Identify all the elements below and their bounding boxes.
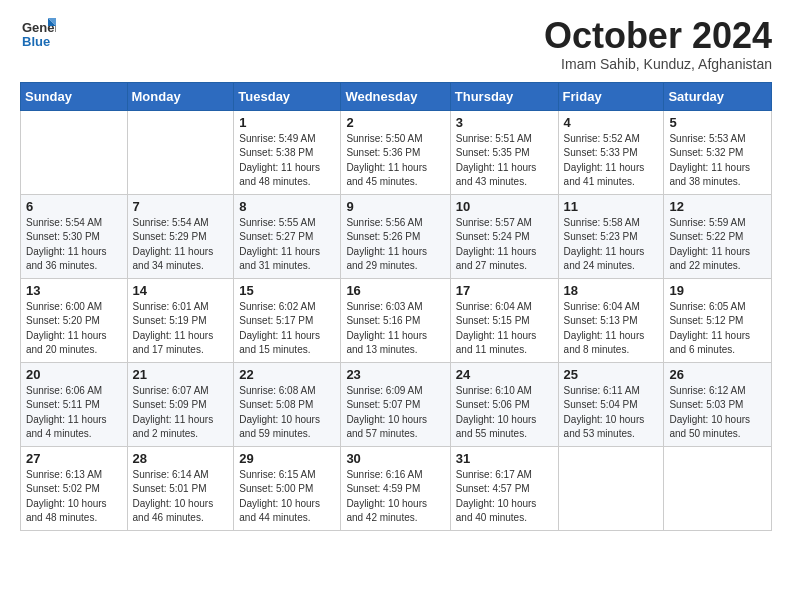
day-info: Sunrise: 5:54 AM Sunset: 5:29 PM Dayligh… (133, 216, 229, 274)
weekday-header-wednesday: Wednesday (341, 82, 450, 110)
day-info: Sunrise: 5:52 AM Sunset: 5:33 PM Dayligh… (564, 132, 659, 190)
day-number: 31 (456, 451, 553, 466)
calendar-cell: 23Sunrise: 6:09 AM Sunset: 5:07 PM Dayli… (341, 362, 450, 446)
weekday-header-monday: Monday (127, 82, 234, 110)
day-info: Sunrise: 6:04 AM Sunset: 5:15 PM Dayligh… (456, 300, 553, 358)
calendar-cell: 24Sunrise: 6:10 AM Sunset: 5:06 PM Dayli… (450, 362, 558, 446)
day-number: 29 (239, 451, 335, 466)
calendar-cell: 30Sunrise: 6:16 AM Sunset: 4:59 PM Dayli… (341, 446, 450, 530)
day-info: Sunrise: 6:17 AM Sunset: 4:57 PM Dayligh… (456, 468, 553, 526)
calendar-cell: 11Sunrise: 5:58 AM Sunset: 5:23 PM Dayli… (558, 194, 664, 278)
calendar-cell: 1Sunrise: 5:49 AM Sunset: 5:38 PM Daylig… (234, 110, 341, 194)
calendar-cell: 13Sunrise: 6:00 AM Sunset: 5:20 PM Dayli… (21, 278, 128, 362)
day-number: 26 (669, 367, 766, 382)
day-info: Sunrise: 6:08 AM Sunset: 5:08 PM Dayligh… (239, 384, 335, 442)
day-info: Sunrise: 5:56 AM Sunset: 5:26 PM Dayligh… (346, 216, 444, 274)
calendar-table: SundayMondayTuesdayWednesdayThursdayFrid… (20, 82, 772, 531)
calendar-cell: 15Sunrise: 6:02 AM Sunset: 5:17 PM Dayli… (234, 278, 341, 362)
weekday-header-sunday: Sunday (21, 82, 128, 110)
calendar-cell: 14Sunrise: 6:01 AM Sunset: 5:19 PM Dayli… (127, 278, 234, 362)
calendar-cell (558, 446, 664, 530)
day-number: 14 (133, 283, 229, 298)
day-number: 23 (346, 367, 444, 382)
calendar-week-row: 20Sunrise: 6:06 AM Sunset: 5:11 PM Dayli… (21, 362, 772, 446)
day-info: Sunrise: 5:50 AM Sunset: 5:36 PM Dayligh… (346, 132, 444, 190)
calendar-cell: 28Sunrise: 6:14 AM Sunset: 5:01 PM Dayli… (127, 446, 234, 530)
day-info: Sunrise: 6:05 AM Sunset: 5:12 PM Dayligh… (669, 300, 766, 358)
day-number: 13 (26, 283, 122, 298)
calendar-cell: 4Sunrise: 5:52 AM Sunset: 5:33 PM Daylig… (558, 110, 664, 194)
svg-text:Blue: Blue (22, 34, 50, 49)
month-title: October 2024 (544, 16, 772, 56)
day-number: 1 (239, 115, 335, 130)
day-info: Sunrise: 6:14 AM Sunset: 5:01 PM Dayligh… (133, 468, 229, 526)
day-number: 22 (239, 367, 335, 382)
day-number: 11 (564, 199, 659, 214)
page: General Blue October 2024 Imam Sahib, Ku… (0, 0, 792, 547)
calendar-cell: 8Sunrise: 5:55 AM Sunset: 5:27 PM Daylig… (234, 194, 341, 278)
day-info: Sunrise: 6:10 AM Sunset: 5:06 PM Dayligh… (456, 384, 553, 442)
day-number: 4 (564, 115, 659, 130)
weekday-header-thursday: Thursday (450, 82, 558, 110)
calendar-cell: 3Sunrise: 5:51 AM Sunset: 5:35 PM Daylig… (450, 110, 558, 194)
weekday-header-tuesday: Tuesday (234, 82, 341, 110)
calendar-cell: 20Sunrise: 6:06 AM Sunset: 5:11 PM Dayli… (21, 362, 128, 446)
day-info: Sunrise: 6:06 AM Sunset: 5:11 PM Dayligh… (26, 384, 122, 442)
day-info: Sunrise: 6:13 AM Sunset: 5:02 PM Dayligh… (26, 468, 122, 526)
calendar-cell: 17Sunrise: 6:04 AM Sunset: 5:15 PM Dayli… (450, 278, 558, 362)
day-info: Sunrise: 5:59 AM Sunset: 5:22 PM Dayligh… (669, 216, 766, 274)
day-number: 17 (456, 283, 553, 298)
calendar-week-row: 1Sunrise: 5:49 AM Sunset: 5:38 PM Daylig… (21, 110, 772, 194)
day-number: 20 (26, 367, 122, 382)
day-info: Sunrise: 6:11 AM Sunset: 5:04 PM Dayligh… (564, 384, 659, 442)
day-info: Sunrise: 5:55 AM Sunset: 5:27 PM Dayligh… (239, 216, 335, 274)
day-info: Sunrise: 5:51 AM Sunset: 5:35 PM Dayligh… (456, 132, 553, 190)
calendar-cell: 5Sunrise: 5:53 AM Sunset: 5:32 PM Daylig… (664, 110, 772, 194)
calendar-cell: 9Sunrise: 5:56 AM Sunset: 5:26 PM Daylig… (341, 194, 450, 278)
day-info: Sunrise: 6:09 AM Sunset: 5:07 PM Dayligh… (346, 384, 444, 442)
weekday-header-row: SundayMondayTuesdayWednesdayThursdayFrid… (21, 82, 772, 110)
day-info: Sunrise: 5:57 AM Sunset: 5:24 PM Dayligh… (456, 216, 553, 274)
calendar-cell: 22Sunrise: 6:08 AM Sunset: 5:08 PM Dayli… (234, 362, 341, 446)
calendar-cell: 25Sunrise: 6:11 AM Sunset: 5:04 PM Dayli… (558, 362, 664, 446)
day-number: 7 (133, 199, 229, 214)
day-number: 27 (26, 451, 122, 466)
day-number: 21 (133, 367, 229, 382)
calendar-cell: 19Sunrise: 6:05 AM Sunset: 5:12 PM Dayli… (664, 278, 772, 362)
day-number: 3 (456, 115, 553, 130)
day-number: 24 (456, 367, 553, 382)
day-info: Sunrise: 6:00 AM Sunset: 5:20 PM Dayligh… (26, 300, 122, 358)
calendar-cell: 31Sunrise: 6:17 AM Sunset: 4:57 PM Dayli… (450, 446, 558, 530)
day-number: 10 (456, 199, 553, 214)
calendar-week-row: 13Sunrise: 6:00 AM Sunset: 5:20 PM Dayli… (21, 278, 772, 362)
day-info: Sunrise: 6:04 AM Sunset: 5:13 PM Dayligh… (564, 300, 659, 358)
day-info: Sunrise: 6:07 AM Sunset: 5:09 PM Dayligh… (133, 384, 229, 442)
calendar-cell: 29Sunrise: 6:15 AM Sunset: 5:00 PM Dayli… (234, 446, 341, 530)
calendar-week-row: 27Sunrise: 6:13 AM Sunset: 5:02 PM Dayli… (21, 446, 772, 530)
logo-icon: General Blue (20, 16, 56, 52)
day-info: Sunrise: 6:02 AM Sunset: 5:17 PM Dayligh… (239, 300, 335, 358)
subtitle: Imam Sahib, Kunduz, Afghanistan (544, 56, 772, 72)
calendar-cell: 21Sunrise: 6:07 AM Sunset: 5:09 PM Dayli… (127, 362, 234, 446)
day-info: Sunrise: 6:12 AM Sunset: 5:03 PM Dayligh… (669, 384, 766, 442)
day-info: Sunrise: 6:16 AM Sunset: 4:59 PM Dayligh… (346, 468, 444, 526)
day-info: Sunrise: 5:54 AM Sunset: 5:30 PM Dayligh… (26, 216, 122, 274)
day-number: 9 (346, 199, 444, 214)
calendar-week-row: 6Sunrise: 5:54 AM Sunset: 5:30 PM Daylig… (21, 194, 772, 278)
day-info: Sunrise: 6:15 AM Sunset: 5:00 PM Dayligh… (239, 468, 335, 526)
day-info: Sunrise: 6:03 AM Sunset: 5:16 PM Dayligh… (346, 300, 444, 358)
day-info: Sunrise: 5:49 AM Sunset: 5:38 PM Dayligh… (239, 132, 335, 190)
calendar-cell: 16Sunrise: 6:03 AM Sunset: 5:16 PM Dayli… (341, 278, 450, 362)
logo: General Blue (20, 16, 56, 52)
calendar-cell: 27Sunrise: 6:13 AM Sunset: 5:02 PM Dayli… (21, 446, 128, 530)
day-number: 19 (669, 283, 766, 298)
day-number: 18 (564, 283, 659, 298)
calendar-cell: 7Sunrise: 5:54 AM Sunset: 5:29 PM Daylig… (127, 194, 234, 278)
weekday-header-saturday: Saturday (664, 82, 772, 110)
day-number: 5 (669, 115, 766, 130)
day-number: 2 (346, 115, 444, 130)
calendar-cell: 10Sunrise: 5:57 AM Sunset: 5:24 PM Dayli… (450, 194, 558, 278)
day-number: 25 (564, 367, 659, 382)
calendar-cell (664, 446, 772, 530)
title-block: October 2024 Imam Sahib, Kunduz, Afghani… (544, 16, 772, 72)
